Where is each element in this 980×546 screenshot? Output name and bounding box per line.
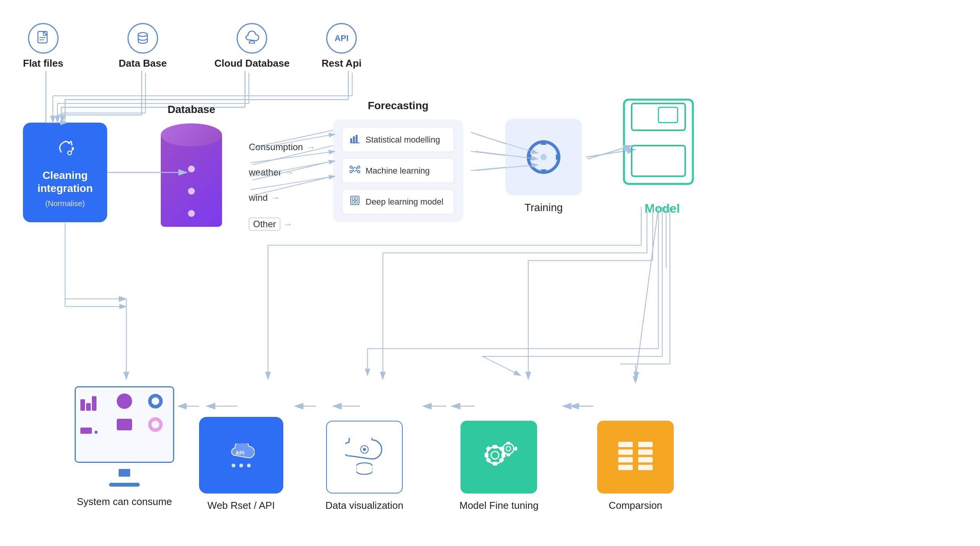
cleaning-subtitle: (Normalise) (45, 199, 85, 208)
svg-rect-105 (618, 449, 633, 455)
fine-tuning-icon (476, 434, 522, 480)
fine-tuning-box (461, 421, 537, 494)
svg-rect-111 (638, 465, 653, 470)
svg-rect-104 (618, 442, 633, 447)
db-rows: Consumption → weather → wind → Other → (249, 142, 315, 231)
svg-rect-91 (493, 462, 497, 466)
forecasting-section: Forecasting Statistical modelling (333, 100, 463, 222)
web-api-label: Web Rset / API (207, 500, 275, 512)
flat-files-label: Flat files (23, 57, 63, 69)
source-database: Data Base (119, 23, 167, 69)
source-rest-api: API Rest Api (322, 23, 362, 69)
api-box: API (199, 417, 283, 494)
forecast-ml: Machine learning (342, 158, 454, 183)
svg-rect-100 (506, 442, 510, 444)
database-section: Database (161, 103, 222, 231)
db-row-consumption: Consumption → (249, 142, 315, 152)
svg-rect-79 (632, 146, 685, 176)
system-consume-label: System can consume (77, 496, 172, 508)
svg-rect-85 (357, 466, 372, 472)
svg-rect-107 (618, 465, 633, 470)
svg-rect-109 (638, 449, 653, 455)
fine-tuning-section: Model Fine tuning (459, 421, 539, 512)
svg-rect-55 (353, 136, 355, 143)
db-row-other: Other → (249, 218, 315, 231)
rest-api-icon: API (326, 23, 357, 54)
svg-text:API: API (235, 450, 244, 456)
system-consume-section: System can consume (75, 386, 174, 508)
svg-point-89 (491, 451, 499, 459)
svg-point-60 (358, 166, 360, 168)
svg-rect-69 (355, 198, 358, 200)
svg-line-41 (482, 356, 521, 375)
monitor-base (109, 483, 140, 487)
svg-line-52 (71, 149, 74, 151)
forecast-statistical: Statistical modelling (342, 127, 454, 152)
monitor-screen (76, 387, 173, 462)
model-label: Model (645, 202, 680, 216)
api-connections (232, 464, 251, 467)
svg-point-49 (138, 33, 147, 36)
cylinder-dot-1 (188, 166, 195, 172)
diagram: Flat files Data Base Cloud Database API (0, 0, 980, 546)
training-box (505, 119, 582, 195)
api-cloud-icon: API (228, 443, 255, 462)
rest-api-label: Rest Api (322, 57, 362, 69)
svg-point-76 (541, 154, 547, 160)
cylinder-dots (188, 166, 195, 217)
cylinder-body (161, 135, 222, 227)
svg-rect-108 (638, 442, 653, 447)
training-section: Training (505, 119, 582, 214)
cylinder-dot-3 (188, 210, 195, 217)
statistical-icon (350, 133, 360, 146)
db-row-weather: weather → (249, 167, 315, 178)
svg-rect-54 (350, 138, 352, 143)
forecast-deep: Deep learning model (342, 189, 454, 214)
svg-point-61 (350, 171, 352, 173)
flat-files-icon (28, 23, 59, 54)
cloud-database-icon (237, 23, 267, 54)
database-cylinder (161, 123, 222, 231)
svg-rect-56 (356, 135, 358, 143)
svg-rect-92 (485, 453, 488, 457)
comparison-icon (614, 436, 657, 478)
data-viz-section: Data visualization (325, 421, 403, 512)
cloud-database-label: Cloud Database (214, 57, 290, 69)
svg-point-50 (249, 41, 255, 43)
cylinder-dot-2 (188, 188, 195, 195)
svg-rect-67 (351, 196, 359, 205)
svg-rect-110 (638, 457, 653, 462)
svg-rect-93 (501, 453, 505, 457)
forecasting-box: Statistical modelling (333, 120, 463, 222)
svg-rect-80 (658, 107, 678, 123)
svg-point-58 (353, 167, 357, 171)
database-source-label: Data Base (119, 57, 167, 69)
svg-point-87 (363, 448, 366, 451)
data-viz-label: Data visualization (325, 500, 403, 512)
svg-rect-101 (506, 454, 510, 456)
svg-rect-102 (501, 447, 504, 451)
source-flat-files: Flat files (23, 23, 63, 69)
cleaning-icon (54, 137, 77, 164)
model-section: Model (620, 96, 704, 216)
svg-point-53 (72, 147, 74, 149)
data-viz-box (326, 421, 403, 494)
forecasting-title: Forecasting (333, 100, 463, 112)
svg-rect-90 (493, 445, 497, 449)
comparison-section: Comparsion (597, 421, 674, 512)
deep-learning-icon (350, 195, 360, 208)
db-row-wind: wind → (249, 192, 315, 203)
svg-line-113 (635, 207, 658, 379)
ml-icon (350, 164, 360, 177)
cleaning-integration-box: Cleaningintegration (Normalise) (23, 123, 107, 222)
svg-rect-94 (486, 446, 491, 451)
training-icon (521, 134, 567, 180)
cylinder-top (161, 123, 222, 146)
source-cloud-database: Cloud Database (214, 23, 290, 69)
svg-rect-106 (618, 457, 633, 462)
web-api-section: API Web Rset / API (199, 417, 283, 512)
database-section-label: Database (168, 103, 216, 116)
data-viz-icon (345, 438, 384, 476)
svg-point-59 (350, 166, 352, 168)
svg-point-99 (506, 446, 511, 451)
